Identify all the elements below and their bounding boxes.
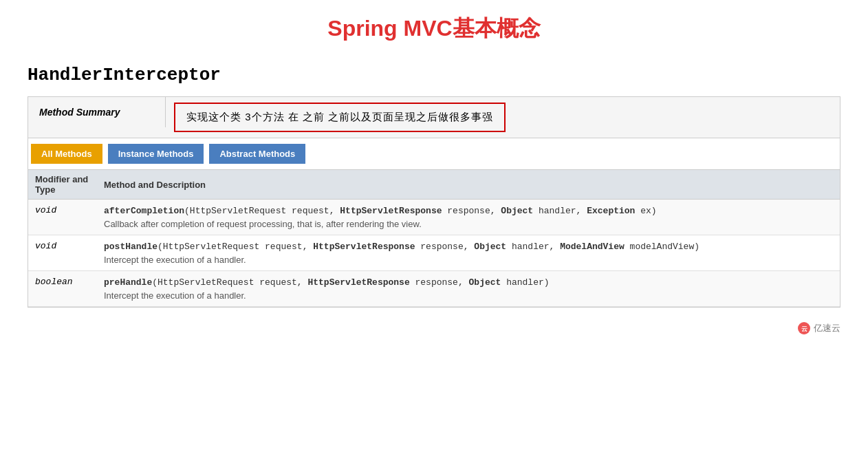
method-name-3: preHandle [104, 277, 152, 288]
method-summary-section: Method Summary 实现这个类 3个方法 在 之前 之前以及页面呈现之… [28, 96, 840, 308]
tab-instance-methods[interactable]: Instance Methods [108, 144, 204, 164]
watermark-logo: 云 亿速云 [797, 321, 840, 335]
method-param-bold-1: HttpServletResponse [340, 206, 442, 216]
table-row: void afterCompletion(HttpServletRequest … [28, 200, 840, 235]
method-signature-2: postHandle(HttpServletRequest request, H… [104, 241, 833, 252]
method-detail-2: postHandle(HttpServletRequest request, H… [97, 235, 840, 271]
method-name-1: afterCompletion [104, 206, 184, 216]
method-summary-header: Method Summary 实现这个类 3个方法 在 之前 之前以及页面呈现之… [28, 97, 840, 138]
tabs-container: All Methods Instance Methods Abstract Me… [28, 138, 840, 170]
tab-all-methods[interactable]: All Methods [31, 144, 102, 164]
method-summary-label: Method Summary [28, 97, 166, 127]
method-desc-1: Callback after completion of request pro… [104, 219, 833, 229]
method-params-3: (HttpServletRequest request, [152, 277, 307, 288]
table-row: void postHandle(HttpServletRequest reque… [28, 235, 840, 271]
method-params-1: (HttpServletRequest request, [184, 206, 340, 216]
method-type-2: void [28, 235, 97, 271]
page-title: Spring MVC基本概念 [28, 14, 840, 44]
watermark-icon: 云 [797, 321, 811, 335]
method-name-2: postHandle [104, 242, 158, 252]
table-row: boolean preHandle(HttpServletRequest req… [28, 271, 840, 307]
method-type-1: void [28, 200, 97, 235]
class-name: HandlerInterceptor [28, 65, 840, 85]
watermark: 云 亿速云 [28, 321, 840, 337]
method-detail-3: preHandle(HttpServletRequest request, Ht… [97, 271, 840, 307]
method-summary-annotation: 实现这个类 3个方法 在 之前 之前以及页面呈现之后做很多事强 [174, 103, 506, 132]
col-header-method: Method and Description [97, 170, 840, 200]
method-detail-1: afterCompletion(HttpServletRequest reque… [97, 200, 840, 235]
methods-table: Modifier and Type Method and Description… [28, 170, 840, 307]
method-desc-2: Intercept the execution of a handler. [104, 255, 833, 265]
watermark-text: 亿速云 [814, 322, 840, 334]
method-signature-1: afterCompletion(HttpServletRequest reque… [104, 205, 833, 216]
table-header-row: Modifier and Type Method and Description [28, 170, 840, 200]
svg-text:云: 云 [801, 325, 807, 332]
method-type-3: boolean [28, 271, 97, 307]
method-signature-3: preHandle(HttpServletRequest request, Ht… [104, 277, 833, 288]
method-desc-3: Intercept the execution of a handler. [104, 290, 833, 301]
col-header-modifier: Modifier and Type [28, 170, 97, 200]
method-params-2: (HttpServletRequest request, [158, 242, 313, 252]
tab-abstract-methods[interactable]: Abstract Methods [209, 144, 305, 164]
tabs-row: All Methods Instance Methods Abstract Me… [28, 138, 840, 164]
